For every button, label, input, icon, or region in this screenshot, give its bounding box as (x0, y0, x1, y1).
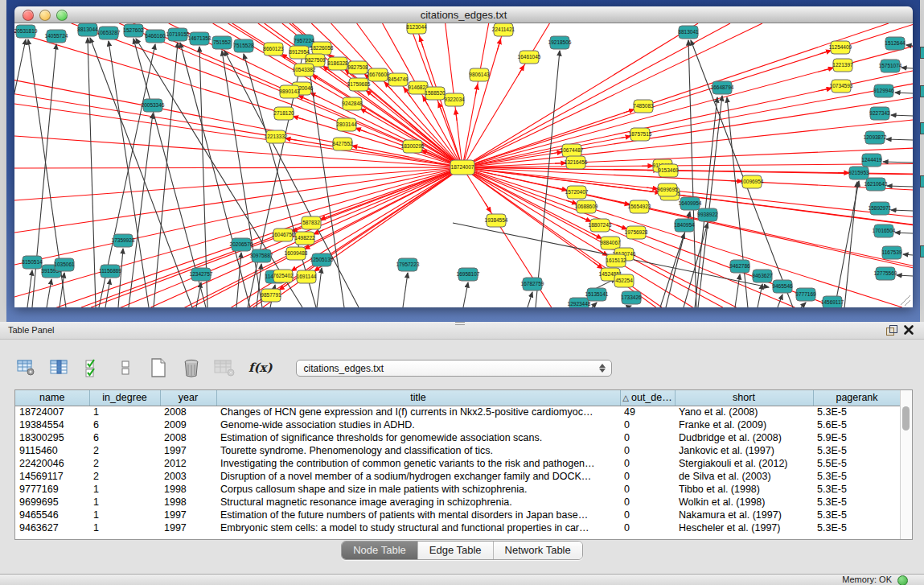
table-cell: 5.3E-5 (813, 521, 901, 534)
table-cell: 9699695 (15, 496, 89, 509)
table-cell: 22420046 (15, 457, 89, 470)
table-row[interactable]: 911546021997Tourette syndrome. Phenomeno… (15, 444, 901, 457)
graph-edge (14, 167, 462, 168)
graph-edge (901, 68, 913, 68)
graph-edge (232, 167, 462, 307)
table-row[interactable]: 946554611997Estimation of the future num… (15, 509, 901, 521)
graph-node-label: 1691144 (297, 274, 317, 279)
panel-resize-handle[interactable] (455, 322, 465, 327)
graph-node-label: 18300295 (401, 143, 425, 149)
float-window-icon[interactable] (886, 325, 897, 336)
window-titlebar[interactable]: citations_edges.txt (14, 6, 913, 23)
graph-node-label: 16046756 (272, 232, 295, 237)
column-header-pagerank[interactable]: pagerank (813, 390, 901, 406)
graph-edge (14, 136, 462, 167)
delete-icon[interactable] (181, 357, 202, 378)
graph-node-label: 1588520 (425, 90, 446, 96)
table-row[interactable]: 2242004622012Investigating the contribut… (15, 457, 901, 470)
background-node-sliver (920, 175, 924, 187)
graph-edge (906, 45, 913, 46)
network-canvas[interactable]: 2053181914055724881304410653287152760264… (14, 23, 913, 307)
table-cell: 1997 (160, 444, 216, 457)
graph-node-label: 1221397 (832, 62, 853, 68)
graph-node-label: 18807243 (589, 222, 612, 228)
graph-node-label: 20053346 (142, 102, 165, 108)
table-tabs: Node TableEdge TableNetwork Table (0, 541, 924, 560)
table-cell: Estimation of significance thresholds fo… (216, 431, 620, 444)
graph-node-label: 14569117 (821, 299, 844, 305)
graph-node-label: 10543382 (293, 67, 316, 72)
table-cell: 2 (89, 457, 160, 470)
delete-table-icon[interactable] (214, 357, 235, 378)
column-header-out_de[interactable]: △out_de… (620, 390, 675, 406)
graph-node-label: 9890143 (279, 89, 300, 94)
tab-network-table[interactable]: Network Table (494, 542, 582, 559)
graph-node-label: 1512644 (885, 40, 906, 46)
tab-node-table[interactable]: Node Table (342, 542, 418, 559)
graph-node-label: 8912954 (289, 49, 310, 55)
table-cell: Yano et al. (2008) (675, 406, 813, 418)
table-cell: 0 (620, 496, 675, 509)
graph-node-label: 16099488 (285, 250, 308, 256)
table-settings-icon[interactable] (16, 357, 37, 378)
graph-edge (592, 303, 597, 307)
table-row[interactable]: 1872400712008Changes of HCN gene express… (15, 406, 901, 418)
network-desktop-area: citations_edges.txt 20531819140557248813… (6, 0, 920, 322)
column-header-short[interactable]: short (675, 390, 813, 406)
graph-node-label: 7485083 (633, 103, 654, 109)
graph-node-label: 18724007 (451, 164, 474, 170)
column-header-title[interactable]: title (216, 390, 620, 406)
graph-edge (463, 282, 468, 307)
graph-node-label: 2803144 (336, 122, 357, 127)
graph-edge (475, 84, 478, 96)
table-cell: 1998 (160, 496, 216, 509)
select-columns-icon[interactable] (49, 357, 70, 378)
table-cell: 5.3E-5 (813, 483, 901, 496)
graph-node-label: 452254 (615, 278, 633, 283)
graph-edge (88, 38, 96, 307)
graph-node-label: 15751074 (879, 63, 902, 68)
graph-edge (623, 109, 634, 113)
table-selector-dropdown[interactable]: citations_edges.txt (296, 360, 612, 377)
table-row[interactable]: 1938455462009Genome-wide association stu… (15, 418, 901, 431)
graph-edge (485, 203, 491, 212)
table-cell: 9465546 (15, 509, 89, 521)
scrollbar-thumb[interactable] (902, 406, 910, 431)
table-cell: 9777169 (15, 483, 89, 496)
rows-icon[interactable] (115, 357, 136, 378)
graph-edge (735, 274, 740, 307)
graph-node-label: 30975887 (250, 253, 273, 258)
graph-node-label: 10719155 (166, 31, 190, 37)
table-row[interactable]: 1456911722003Disruption of a novel membe… (15, 470, 901, 483)
graph-node-label: 9699695 (657, 187, 678, 192)
table-row[interactable]: 1830029562008Estimation of significance … (15, 431, 901, 444)
canvas-resize-grip-icon[interactable] (901, 295, 910, 306)
function-builder-icon[interactable]: f(x) (248, 360, 273, 375)
graph-edge (455, 109, 457, 121)
table-row[interactable]: 969969511998Structural magnetic resonanc… (15, 496, 901, 509)
table-row[interactable]: 946362711997Embryonic stem cells: a mode… (15, 521, 901, 534)
table-cell: Embryonic stem cells: a model to study s… (216, 521, 620, 534)
column-header-year[interactable]: year (160, 390, 216, 406)
column-header-in_degree[interactable]: in_degree (89, 390, 160, 406)
table-cell: 2008 (160, 431, 216, 444)
graph-node-label: 12505135 (310, 257, 334, 262)
new-file-icon[interactable] (148, 357, 169, 378)
table-cell: 1 (89, 496, 160, 509)
graph-node-label: 9463627 (752, 273, 773, 278)
table-cell: 5.3E-5 (813, 470, 901, 483)
graph-node-label: 7515528 (233, 43, 254, 48)
background-node-sliver (920, 85, 924, 97)
table-row[interactable]: 977716911998Corpus callosum shape and si… (15, 483, 901, 496)
graph-node-label: 17016504 (873, 228, 896, 233)
graph-node-label: 9242848 (342, 101, 363, 106)
graph-edge (462, 120, 913, 167)
memory-ok-indicator-icon[interactable] (897, 575, 908, 585)
row-selection-icon[interactable] (82, 357, 103, 378)
column-header-name[interactable]: name (15, 390, 89, 406)
close-icon[interactable] (903, 324, 914, 336)
vertical-scrollbar[interactable] (900, 390, 912, 539)
tab-edge-table[interactable]: Edge Table (418, 542, 494, 559)
table-header-row[interactable]: namein_degreeyeartitle△out_de…shortpager… (15, 390, 901, 406)
table-cell: 14569117 (15, 470, 89, 483)
